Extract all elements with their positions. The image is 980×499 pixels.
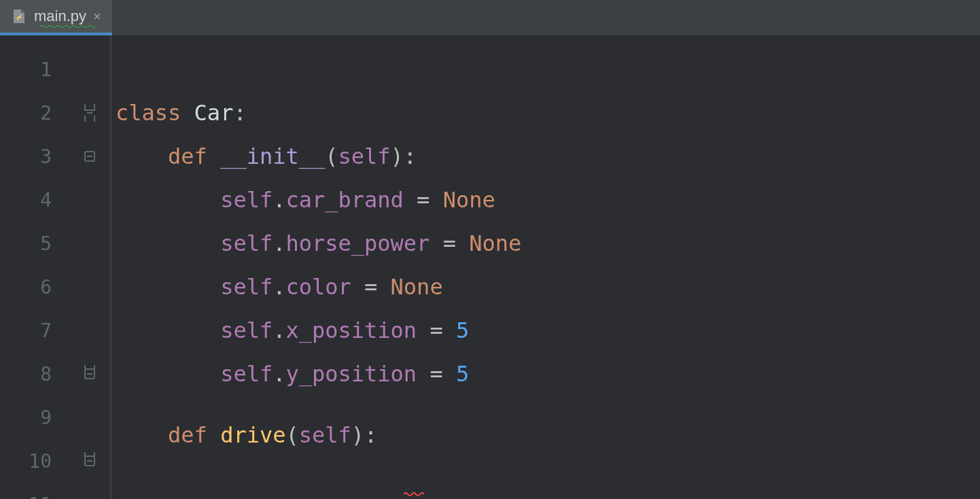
close-tab-icon[interactable]: ×	[93, 9, 101, 24]
fold-toggle-icon[interactable]	[68, 148, 111, 165]
line-number: 2	[0, 102, 68, 124]
line-number: 6	[0, 276, 68, 298]
code-line[interactable]: def __init__(self):	[111, 143, 417, 169]
line-number: 9	[0, 407, 68, 429]
tab-bar: main.py ×	[0, 0, 980, 35]
code-line[interactable]: def drive(self):	[111, 422, 377, 499]
code-editor[interactable]: 1 2 3 4 5 6 7 8 9 10 11 class Car:	[0, 35, 980, 499]
line-number: 7	[0, 320, 68, 342]
code-line[interactable]: self.y_position = 5	[111, 361, 469, 387]
fold-toggle-icon[interactable]	[68, 104, 111, 122]
code-area[interactable]: class Car: def __init__(self): self.car_…	[111, 35, 980, 499]
code-line[interactable]: self.color = None	[111, 274, 443, 300]
line-number: 10	[0, 450, 68, 472]
code-line[interactable]: self.x_position = 5	[111, 317, 469, 343]
file-tab-main-py[interactable]: main.py ×	[0, 0, 112, 35]
line-number: 8	[0, 363, 68, 385]
fold-gutter	[68, 35, 111, 499]
fold-toggle-icon[interactable]	[68, 365, 111, 383]
python-file-icon	[11, 8, 27, 24]
code-line[interactable]: class Car:	[111, 100, 247, 126]
line-number: 11	[0, 494, 68, 500]
code-line[interactable]: self.horse_power = None	[111, 230, 521, 256]
code-line[interactable]: self.car_brand = None	[111, 187, 495, 213]
line-number: 1	[0, 58, 68, 81]
line-number: 3	[0, 145, 68, 168]
tab-filename: main.py	[34, 7, 86, 25]
line-number: 5	[0, 233, 68, 255]
line-number-gutter: 1 2 3 4 5 6 7 8 9 10 11	[0, 35, 68, 499]
line-number: 4	[0, 189, 68, 211]
fold-toggle-icon[interactable]	[68, 452, 111, 470]
